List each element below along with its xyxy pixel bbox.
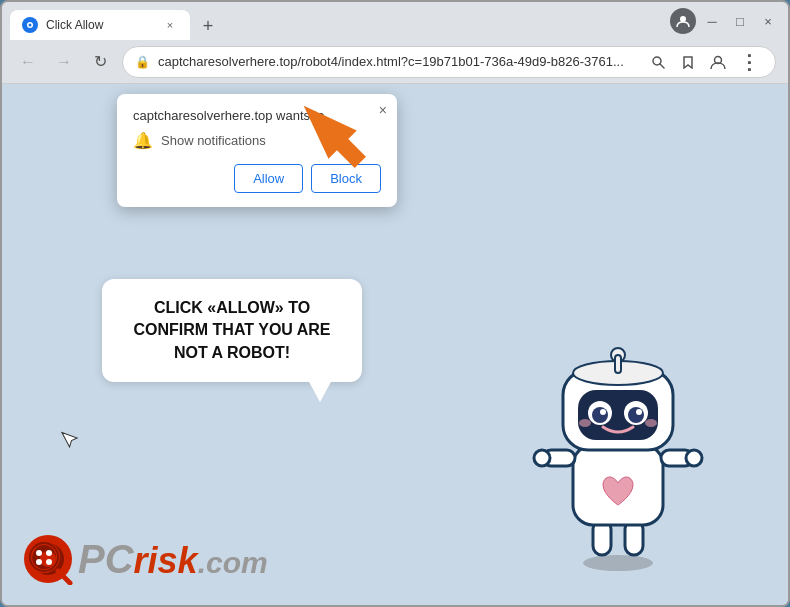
svg-marker-7 [292, 92, 372, 177]
address-actions: ⋮ [645, 48, 763, 76]
maximize-button[interactable]: □ [728, 9, 752, 33]
menu-button[interactable]: ⋮ [735, 48, 763, 76]
window-controls: ─ □ × [670, 8, 780, 34]
arrow-indicator [292, 89, 372, 183]
svg-point-29 [645, 419, 657, 427]
address-bar: ← → ↻ 🔒 captcharesolverhere.top/robot4/i… [2, 40, 788, 84]
svg-point-2 [29, 24, 32, 27]
svg-point-28 [579, 419, 591, 427]
notification-label: Show notifications [161, 133, 266, 148]
close-button[interactable]: × [756, 9, 780, 33]
cursor-indicator [60, 427, 85, 459]
speech-bubble: CLICK «ALLOW» TO CONFIRM THAT YOU ARE NO… [102, 279, 362, 382]
svg-point-27 [636, 409, 642, 415]
tab-area: Click Allow × + [10, 2, 666, 40]
pcrisk-risk: risk [134, 540, 198, 582]
svg-line-5 [660, 64, 664, 68]
pcrisk-logo: PCrisk.com [22, 533, 268, 585]
svg-point-39 [46, 559, 52, 565]
svg-point-25 [628, 407, 644, 423]
pcrisk-pc: PC [78, 537, 134, 582]
popup-close-btn[interactable]: × [379, 102, 387, 118]
browser-window: Click Allow × + ─ □ × ← → ↻ 🔒 captchares… [0, 0, 790, 607]
pcrisk-dot-com: .com [198, 546, 268, 580]
new-tab-button[interactable]: + [194, 12, 222, 40]
back-button[interactable]: ← [14, 48, 42, 76]
svg-point-26 [600, 409, 606, 415]
url-display: captcharesolverhere.top/robot4/index.htm… [158, 54, 637, 69]
address-field[interactable]: 🔒 captcharesolverhere.top/robot4/index.h… [122, 46, 776, 78]
tab-close-btn[interactable]: × [162, 17, 178, 33]
svg-point-24 [592, 407, 608, 423]
bell-icon: 🔔 [133, 131, 153, 150]
svg-point-37 [46, 550, 52, 556]
minimize-button[interactable]: ─ [700, 9, 724, 33]
svg-point-3 [680, 16, 686, 22]
svg-point-36 [36, 550, 42, 556]
pcrisk-text: PCrisk.com [78, 537, 268, 582]
svg-point-38 [36, 559, 42, 565]
robot-character [528, 335, 708, 575]
tab-title: Click Allow [46, 18, 154, 32]
page-content: captcharesolverhere.top wants to × 🔔 Sho… [2, 84, 788, 605]
profile-icon[interactable] [670, 8, 696, 34]
refresh-button[interactable]: ↻ [86, 48, 114, 76]
account-icon[interactable] [705, 49, 731, 75]
lock-icon: 🔒 [135, 55, 150, 69]
search-icon[interactable] [645, 49, 671, 75]
active-tab[interactable]: Click Allow × [10, 10, 190, 40]
forward-button[interactable]: → [50, 48, 78, 76]
svg-point-14 [534, 450, 550, 466]
svg-point-15 [686, 450, 702, 466]
pcrisk-icon [22, 533, 74, 585]
tab-favicon [22, 17, 38, 33]
bookmark-icon[interactable] [675, 49, 701, 75]
svg-rect-20 [615, 355, 621, 373]
svg-point-8 [583, 555, 653, 571]
title-bar: Click Allow × + ─ □ × [2, 2, 788, 40]
speech-text: CLICK «ALLOW» TO CONFIRM THAT YOU ARE NO… [133, 299, 330, 361]
